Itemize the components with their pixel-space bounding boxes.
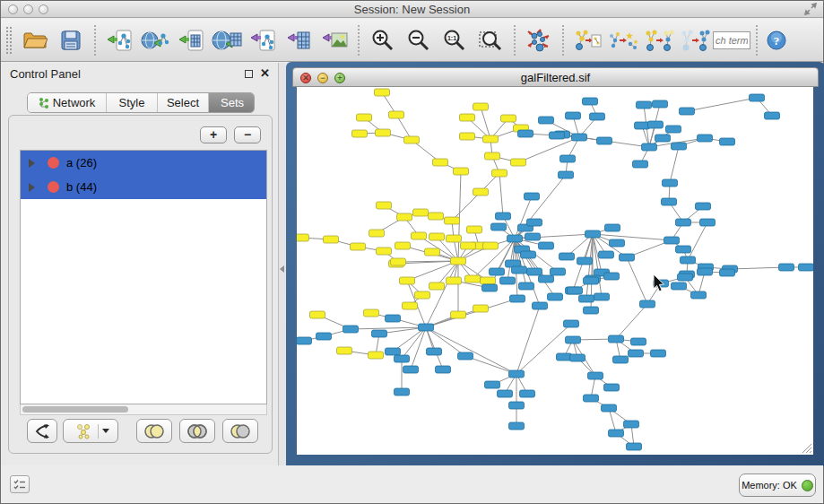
graph-node[interactable] xyxy=(527,219,542,226)
hide-selection-icon[interactable] xyxy=(677,23,713,57)
search-input[interactable] xyxy=(713,31,750,49)
select-from-network-icon[interactable] xyxy=(605,23,641,57)
graph-node[interactable] xyxy=(521,251,536,258)
graph-node[interactable] xyxy=(317,333,332,340)
graph-node[interactable] xyxy=(620,254,635,261)
graph-node[interactable] xyxy=(678,274,693,281)
graph-node[interactable] xyxy=(605,224,620,231)
graph-node[interactable] xyxy=(454,168,469,175)
graph-node[interactable] xyxy=(662,198,677,205)
graph-node[interactable] xyxy=(403,366,419,373)
graph-node[interactable] xyxy=(473,103,489,110)
graph-node[interactable] xyxy=(369,352,384,359)
graph-node[interactable] xyxy=(375,89,390,96)
remove-set-button[interactable]: − xyxy=(234,126,261,143)
graph-node[interactable] xyxy=(461,242,476,249)
graph-node[interactable] xyxy=(490,268,505,275)
graph-node[interactable] xyxy=(297,337,312,344)
graph-node[interactable] xyxy=(559,171,574,178)
graph-node[interactable] xyxy=(412,232,427,239)
graph-edge[interactable] xyxy=(627,257,647,304)
graph-node[interactable] xyxy=(429,282,445,290)
close-panel-icon[interactable]: ✕ xyxy=(260,66,270,80)
import-network-url-icon[interactable] xyxy=(137,23,173,57)
graph-node[interactable] xyxy=(451,311,466,318)
graph-node[interactable] xyxy=(337,347,352,354)
graph-node[interactable] xyxy=(610,239,625,247)
graph-node[interactable] xyxy=(585,230,601,238)
graph-node[interactable] xyxy=(386,348,401,355)
graph-node[interactable] xyxy=(509,402,525,409)
graph-node[interactable] xyxy=(681,256,696,264)
graph-node[interactable] xyxy=(391,258,406,265)
zoom-fit-selected-icon[interactable] xyxy=(473,23,508,57)
graph-node[interactable] xyxy=(519,282,534,290)
graph-node[interactable] xyxy=(400,277,415,284)
difference-sets-button[interactable] xyxy=(222,419,258,443)
graph-node[interactable] xyxy=(579,295,594,302)
graph-node[interactable] xyxy=(377,248,392,255)
graph-node[interactable] xyxy=(364,309,379,317)
graph-node[interactable] xyxy=(436,366,451,373)
network-frame-titlebar[interactable]: ✕ − + galFiltered.sif xyxy=(292,67,819,87)
graph-node[interactable] xyxy=(483,135,499,143)
fullscreen-icon[interactable] xyxy=(803,3,818,16)
graph-edge[interactable] xyxy=(687,98,757,111)
graph-node[interactable] xyxy=(481,277,496,284)
zoom-in-icon[interactable] xyxy=(365,23,401,57)
graph-edge[interactable] xyxy=(616,304,647,339)
graph-node[interactable] xyxy=(698,135,713,142)
help-icon[interactable]: ? xyxy=(763,23,790,57)
graph-node[interactable] xyxy=(566,112,581,119)
graph-node[interactable] xyxy=(629,350,644,357)
expand-caret-icon[interactable] xyxy=(29,159,35,168)
network-canvas-svg[interactable] xyxy=(297,87,813,455)
graph-node[interactable] xyxy=(664,237,680,244)
graph-node[interactable] xyxy=(397,213,412,221)
panel-divider[interactable] xyxy=(279,63,286,465)
graph-node[interactable] xyxy=(447,235,462,242)
graph-node[interactable] xyxy=(548,293,563,300)
tab-select[interactable]: Select xyxy=(158,93,209,112)
graph-node[interactable] xyxy=(720,269,735,276)
graph-node[interactable] xyxy=(429,233,445,240)
graph-node[interactable] xyxy=(663,179,678,187)
graph-node[interactable] xyxy=(551,268,566,275)
graph-node[interactable] xyxy=(564,320,579,327)
graph-node[interactable] xyxy=(700,219,716,226)
graph-node[interactable] xyxy=(451,257,466,265)
tab-style[interactable]: Style xyxy=(107,93,158,112)
graph-node[interactable] xyxy=(386,315,401,322)
select-first-neighbors-icon[interactable] xyxy=(641,23,677,57)
graph-node[interactable] xyxy=(631,338,646,345)
collapse-panel-icon[interactable] xyxy=(280,265,284,273)
graph-node[interactable] xyxy=(324,236,339,243)
intersect-sets-button[interactable] xyxy=(179,419,215,443)
graph-node[interactable] xyxy=(389,111,404,118)
import-table-url-icon[interactable] xyxy=(209,23,245,57)
graph-node[interactable] xyxy=(429,213,444,220)
graph-node[interactable] xyxy=(483,242,499,249)
split-set-button[interactable] xyxy=(27,419,57,443)
graph-edge[interactable] xyxy=(411,327,426,369)
graph-node[interactable] xyxy=(501,115,516,122)
graph-node[interactable] xyxy=(799,264,814,271)
graph-node[interactable] xyxy=(496,213,511,220)
graph-node[interactable] xyxy=(467,226,482,233)
graph-edge[interactable] xyxy=(426,299,517,327)
graph-node[interactable] xyxy=(635,122,650,129)
create-set-dropdown-button[interactable] xyxy=(63,419,118,443)
graph-node[interactable] xyxy=(465,275,481,282)
float-panel-icon[interactable] xyxy=(245,70,253,78)
graph-node[interactable] xyxy=(404,136,420,143)
graph-node[interactable] xyxy=(604,384,620,391)
graph-node[interactable] xyxy=(445,217,460,224)
graph-node[interactable] xyxy=(633,161,648,168)
graph-node[interactable] xyxy=(297,234,309,241)
graph-edge[interactable] xyxy=(688,222,707,260)
graph-node[interactable] xyxy=(419,324,434,331)
graph-node[interactable] xyxy=(525,193,540,200)
graph-node[interactable] xyxy=(427,348,442,355)
graph-node[interactable] xyxy=(588,372,603,379)
graph-node[interactable] xyxy=(594,293,610,300)
